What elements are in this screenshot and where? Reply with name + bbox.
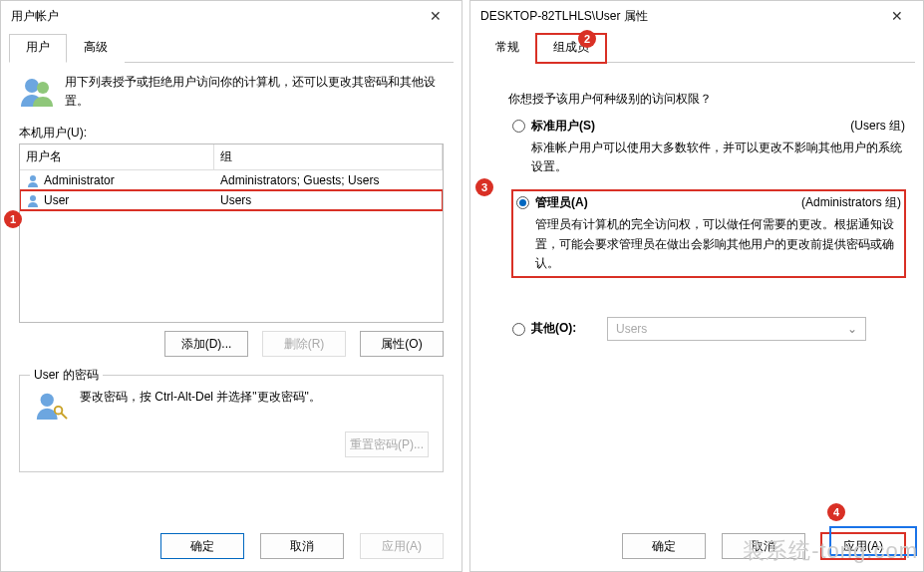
chevron-down-icon: ⌄ bbox=[847, 322, 857, 336]
access-question: 你想授予该用户何种级别的访问权限？ bbox=[508, 91, 905, 108]
properties-button[interactable]: 属性(O) bbox=[360, 331, 444, 357]
add-button[interactable]: 添加(D)... bbox=[164, 331, 248, 357]
ok-button[interactable]: 确定 bbox=[622, 533, 706, 559]
radio-label: 其他(O): bbox=[531, 320, 601, 337]
titlebar-left: 用户帐户 ✕ bbox=[1, 1, 462, 31]
left-content: 用下列表授予或拒绝用户访问你的计算机，还可以更改其密码和其他设置。 本机用户(U… bbox=[1, 63, 462, 482]
intro-row: 用下列表授予或拒绝用户访问你的计算机，还可以更改其密码和其他设置。 bbox=[19, 73, 444, 111]
remove-button: 删除(R) bbox=[262, 331, 346, 357]
row-groups: Administrators; Guests; Users bbox=[214, 171, 443, 189]
other-group-select[interactable]: Users ⌄ bbox=[607, 317, 866, 341]
col-username[interactable]: 用户名 bbox=[20, 144, 214, 170]
user-icon bbox=[26, 173, 40, 187]
users-icon bbox=[19, 73, 55, 109]
radio-hint: (Administrators 组) bbox=[801, 194, 901, 211]
groupbox-title: User 的密码 bbox=[30, 367, 103, 384]
apply-button: 应用(A) bbox=[360, 533, 444, 559]
password-text: 要改密码，按 Ctrl-Alt-Del 并选择"更改密码"。 bbox=[80, 388, 321, 407]
select-value: Users bbox=[616, 322, 647, 336]
radio-standard-row[interactable]: 标准用户(S) (Users 组) 标准帐户用户可以使用大多数软件，并可以更改不… bbox=[512, 118, 905, 176]
radio-other[interactable] bbox=[512, 323, 525, 336]
user-icon bbox=[26, 193, 40, 207]
svg-point-3 bbox=[30, 195, 36, 201]
svg-point-1 bbox=[37, 82, 49, 94]
tab-general[interactable]: 常规 bbox=[478, 34, 536, 63]
close-icon[interactable]: ✕ bbox=[877, 1, 917, 31]
col-groups[interactable]: 组 bbox=[214, 144, 443, 170]
blue-highlight bbox=[829, 526, 917, 556]
radio-admin[interactable] bbox=[516, 196, 529, 209]
password-groupbox: User 的密码 要改密码，按 Ctrl-Alt-Del 并选择"更改密码"。 … bbox=[19, 375, 444, 472]
titlebar-right: DESKTOP-82TLHLS\User 属性 ✕ bbox=[470, 1, 923, 31]
radio-label: 标准用户(S) bbox=[531, 118, 595, 135]
key-user-icon bbox=[34, 388, 68, 422]
user-accounts-window: 用户帐户 ✕ 用户 高级 用下列表授予或拒绝用户访问你的计算机，还可以更改其密码… bbox=[0, 0, 462, 572]
right-content: 你想授予该用户何种级别的访问权限？ 标准用户(S) (Users 组) 标准帐户… bbox=[470, 63, 923, 357]
row-name: Administrator bbox=[44, 173, 115, 187]
list-row-admin[interactable]: Administrator Administrators; Guests; Us… bbox=[20, 170, 443, 190]
tabs-left: 用户 高级 bbox=[9, 33, 454, 63]
annotation-badge-3: 3 bbox=[475, 178, 493, 196]
radio-standard[interactable] bbox=[512, 120, 525, 133]
list-row-user[interactable]: User Users bbox=[20, 190, 443, 210]
annotation-badge-1: 1 bbox=[4, 210, 22, 228]
radio-admin-row[interactable]: 管理员(A) (Administrators 组) 管理员有计算机的完全访问权，… bbox=[512, 190, 905, 277]
ok-button[interactable]: 确定 bbox=[160, 533, 244, 559]
user-properties-window: DESKTOP-82TLHLS\User 属性 ✕ 常规 组成员 你想授予该用户… bbox=[469, 0, 924, 572]
cancel-button[interactable]: 取消 bbox=[722, 533, 805, 559]
users-listbox[interactable]: 用户名 组 Administrator Administrators; Gues… bbox=[19, 143, 444, 323]
radio-desc: 标准帐户用户可以使用大多数软件，并可以更改不影响其他用户的系统设置。 bbox=[531, 139, 905, 176]
svg-point-0 bbox=[25, 79, 39, 93]
cancel-button[interactable]: 取消 bbox=[260, 533, 344, 559]
row-name: User bbox=[44, 193, 69, 207]
tab-advanced[interactable]: 高级 bbox=[67, 34, 125, 63]
svg-point-2 bbox=[30, 175, 36, 181]
annotation-badge-4: 4 bbox=[827, 503, 845, 521]
radio-hint: (Users 组) bbox=[850, 118, 905, 135]
window-title: DESKTOP-82TLHLS\User 属性 bbox=[480, 8, 648, 25]
row-groups: Users bbox=[214, 191, 443, 209]
annotation-badge-2: 2 bbox=[578, 30, 596, 48]
list-buttons: 添加(D)... 删除(R) 属性(O) bbox=[19, 331, 444, 357]
svg-point-5 bbox=[55, 407, 63, 415]
close-icon[interactable]: ✕ bbox=[416, 1, 456, 31]
radio-label: 管理员(A) bbox=[535, 194, 588, 211]
list-header: 用户名 组 bbox=[20, 144, 443, 170]
reset-password-button: 重置密码(P)... bbox=[345, 431, 429, 457]
dialog-buttons-left: 确定 取消 应用(A) bbox=[160, 533, 444, 559]
window-title: 用户帐户 bbox=[11, 8, 59, 25]
tab-users[interactable]: 用户 bbox=[9, 34, 67, 63]
svg-point-4 bbox=[41, 394, 54, 407]
radio-desc: 管理员有计算机的完全访问权，可以做任何需要的更改。根据通知设置，可能会要求管理员… bbox=[535, 215, 901, 273]
tabs-right: 常规 组成员 bbox=[478, 33, 915, 63]
intro-text: 用下列表授予或拒绝用户访问你的计算机，还可以更改其密码和其他设置。 bbox=[65, 73, 444, 111]
radio-other-row[interactable]: 其他(O): Users ⌄ bbox=[512, 317, 905, 341]
list-label: 本机用户(U): bbox=[19, 125, 444, 142]
